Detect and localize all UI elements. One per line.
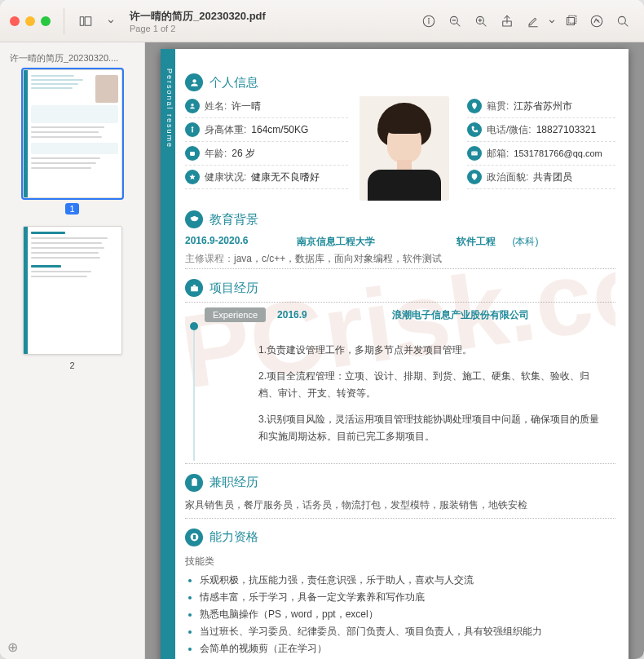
- political-icon: [467, 170, 482, 184]
- name-icon: [185, 99, 200, 113]
- parttime-text: 家具销售员，餐厅服务员，话务员，物流打包，发型模特，服装销售，地铁安检: [185, 497, 615, 515]
- svg-point-21: [191, 104, 193, 106]
- svg-rect-14: [567, 17, 575, 24]
- section-projects: 项目经历: [185, 279, 615, 297]
- zoom-in-button[interactable]: [470, 10, 492, 33]
- thumbnail-sidebar: 许一晴的简历_20230320....: [0, 42, 145, 659]
- timeline-line: [193, 327, 195, 461]
- pdf-viewer-window: 许一晴的简历_20230320.pdf Page 1 of 2 许一晴的简历_2…: [0, 0, 644, 659]
- person-icon: [185, 73, 203, 91]
- sidebar-doc-title: 许一晴的简历_20230320....: [7, 49, 138, 69]
- svg-point-22: [192, 126, 194, 129]
- age-icon: [185, 146, 200, 161]
- highlight-chevron[interactable]: [548, 14, 556, 29]
- svg-point-4: [429, 18, 430, 19]
- svg-point-16: [591, 15, 602, 27]
- svg-rect-30: [192, 479, 195, 480]
- skills-group1-label: 技能类: [185, 551, 615, 572]
- resume-photo: [359, 96, 449, 201]
- personal-left-column: 姓名: 许一晴 身高体重: 164cm/50KG 年龄: 26 岁 健康状况: …: [185, 96, 348, 201]
- svg-rect-32: [192, 535, 195, 539]
- skills-group1-list: 乐观积极，抗压能力强，责任意识强，乐于助人，喜欢与人交流 情感丰富，乐于学习，具…: [185, 572, 615, 657]
- markup-button[interactable]: [585, 10, 608, 33]
- svg-rect-24: [190, 152, 195, 156]
- add-page-button[interactable]: ⊕: [5, 639, 20, 654]
- section-personal-info: 个人信息: [185, 73, 615, 91]
- titlebar: 许一晴的简历_20230320.pdf Page 1 of 2: [0, 0, 644, 42]
- svg-rect-15: [569, 15, 576, 23]
- page-thumbnail-1[interactable]: [23, 69, 122, 198]
- svg-rect-29: [192, 480, 197, 487]
- title-area: 许一晴的简历_20230320.pdf Page 1 of 2: [125, 9, 408, 33]
- close-window-button[interactable]: [10, 16, 20, 26]
- section-education: 教育背景: [185, 210, 615, 228]
- rotate-button[interactable]: [559, 10, 582, 33]
- titlebar-divider: [64, 8, 64, 34]
- phone-icon: [467, 122, 482, 137]
- svg-rect-23: [192, 129, 193, 132]
- experience-tag: Experience: [205, 307, 266, 322]
- highlight-button[interactable]: [522, 10, 545, 33]
- view-mode-button[interactable]: [74, 10, 97, 33]
- svg-line-18: [624, 23, 628, 26]
- zoom-out-button[interactable]: [443, 10, 466, 33]
- clipboard-icon: [185, 474, 203, 492]
- thumbnail-2-number: 2: [65, 360, 78, 371]
- personal-right-column: 籍贯: 江苏省苏州市 电话/微信: 18827103321 邮箱: 153178…: [467, 96, 615, 201]
- svg-rect-27: [471, 152, 478, 156]
- section-skills: 能力资格: [185, 529, 615, 546]
- section-parttime: 兼职经历: [185, 474, 615, 492]
- page-thumbnail-2[interactable]: [23, 226, 122, 355]
- document-viewport[interactable]: Personal resume PCrisk.com 个人信息 姓名: 许一晴: [145, 42, 644, 659]
- svg-rect-0: [80, 16, 84, 25]
- svg-point-20: [192, 79, 196, 82]
- email-icon: [467, 146, 482, 161]
- body-icon: [185, 122, 200, 137]
- info-button[interactable]: [417, 10, 440, 33]
- window-controls: [10, 16, 51, 26]
- page-indicator: Page 1 of 2: [130, 24, 408, 33]
- search-button[interactable]: [611, 10, 634, 33]
- skill-icon: [185, 529, 203, 546]
- thumbnail-1-number: 1: [65, 203, 78, 215]
- location-icon: [467, 99, 482, 113]
- share-button[interactable]: [496, 10, 518, 33]
- fullscreen-window-button[interactable]: [41, 16, 51, 26]
- project-description: 1.负责建设管理工作，多期多节点并发项目管理。 2.项目全流程管理：立项、设计、…: [193, 322, 615, 461]
- briefcase-icon: [185, 279, 203, 297]
- thumbnail-2-wrap: 2: [7, 226, 138, 371]
- thumbnail-1-wrap: 1: [7, 69, 138, 215]
- minimize-window-button[interactable]: [25, 16, 35, 26]
- view-mode-chevron[interactable]: [107, 14, 115, 29]
- svg-rect-28: [191, 286, 198, 291]
- svg-marker-26: [189, 174, 196, 179]
- svg-line-6: [457, 23, 460, 26]
- document-title: 许一晴的简历_20230320.pdf: [130, 9, 408, 24]
- health-icon: [185, 170, 200, 184]
- svg-line-9: [483, 23, 486, 26]
- graduation-icon: [185, 210, 203, 228]
- pdf-page-1: Personal resume PCrisk.com 个人信息 姓名: 许一晴: [161, 49, 629, 659]
- resume-side-banner: Personal resume: [161, 49, 175, 659]
- svg-rect-1: [85, 16, 91, 25]
